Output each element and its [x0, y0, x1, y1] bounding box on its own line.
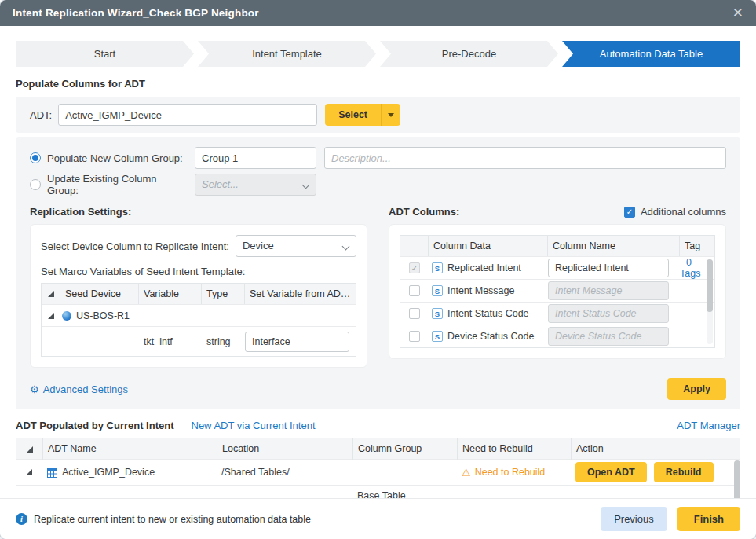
- device-column-select[interactable]: Device: [236, 235, 356, 257]
- column-name-header: Column Name: [548, 236, 680, 256]
- adt-columns-section: ADT Columns: ✓ Additional columns Column…: [389, 206, 726, 368]
- location-header: Location: [217, 438, 353, 460]
- seed-table-header: Seed Device Variable Type Set Variable f…: [42, 284, 356, 304]
- adt-columns-panel: Column Data Column Name Tag ✓ SReplicate…: [389, 224, 726, 359]
- row-checkbox-checked-disabled[interactable]: ✓: [409, 262, 420, 273]
- populate-panel: Populate New Column Group: Update Existi…: [16, 137, 740, 409]
- existing-group-select[interactable]: Select...: [195, 174, 316, 196]
- collapse-icon[interactable]: [48, 291, 54, 297]
- string-type-icon: S: [432, 285, 443, 296]
- column-name-input-disabled: [548, 281, 669, 300]
- device-icon: [62, 311, 71, 321]
- adt-populated-heading: ADT Populated by Current Intent: [16, 420, 174, 431]
- tag-header: Tag: [680, 236, 714, 256]
- adt-select-row: ADT: Select: [16, 97, 740, 133]
- column-name-input[interactable]: [548, 258, 669, 277]
- info-icon: i: [16, 513, 27, 525]
- chevron-down-icon: [342, 243, 350, 251]
- replication-settings-panel: Select Device Column to Replicate Intent…: [30, 224, 367, 368]
- radio-update-existing-label: Update Existing Column Group:: [47, 173, 187, 196]
- expand-icon[interactable]: [48, 313, 54, 319]
- step-start[interactable]: Start: [16, 41, 194, 67]
- variable-header: Variable: [139, 284, 202, 304]
- chevron-down-icon: [302, 182, 310, 189]
- type-header: Type: [202, 284, 245, 304]
- intent-replication-wizard-dialog: Intent Replication Wizard_Check BGP Neig…: [0, 0, 756, 539]
- adt-columns-heading: ADT Columns:: [389, 206, 459, 218]
- adt-columns-table: Column Data Column Name Tag ✓ SReplicate…: [400, 235, 715, 348]
- table-row: ✓ SReplicated Intent 0 Tags: [400, 256, 714, 279]
- previous-button[interactable]: Previous: [601, 507, 667, 531]
- open-adt-button[interactable]: Open ADT: [575, 462, 647, 482]
- warning-icon: ⚠: [462, 467, 471, 478]
- column-data-header: Column Data: [429, 236, 548, 256]
- scrollbar-thumb[interactable]: [734, 460, 740, 501]
- string-type-icon: S: [432, 331, 443, 342]
- location-value: /Shared Tables/: [217, 467, 352, 478]
- device-column-value: Device: [243, 240, 274, 251]
- table-row: SIntent Message: [400, 279, 714, 302]
- adt-manager-link[interactable]: ADT Manager: [677, 420, 740, 431]
- adt-column-header: Set Variable from ADT Column...: [245, 284, 356, 304]
- wizard-steps: Start Intent Template Pre-Decode Automat…: [16, 41, 740, 67]
- radio-update-existing-group[interactable]: [30, 179, 41, 190]
- seed-device-row[interactable]: US-BOS-R1: [42, 304, 356, 326]
- expand-icon[interactable]: [26, 469, 32, 475]
- adt-name-header: ADT Name: [43, 438, 217, 460]
- adt-name-value[interactable]: Active_IGMP_Device: [62, 467, 155, 478]
- step-intent-template[interactable]: Intent Template: [198, 41, 376, 67]
- group-description-input[interactable]: [324, 147, 726, 169]
- close-icon[interactable]: ✕: [732, 6, 743, 20]
- tags-link[interactable]: 0 Tags: [680, 257, 700, 279]
- need-to-rebuild-header: Need to Rebuild: [458, 438, 572, 460]
- select-button[interactable]: Select: [325, 104, 381, 126]
- populate-columns-heading: Populate Columns for ADT: [16, 78, 740, 90]
- title-bar: Intent Replication Wizard_Check BGP Neig…: [0, 0, 756, 26]
- new-column-group-row: Populate New Column Group:: [30, 146, 726, 170]
- adt-column-select[interactable]: Interface: [245, 332, 349, 352]
- scrollbar-thumb[interactable]: [707, 259, 713, 312]
- adt-column-value: Interface: [252, 336, 290, 347]
- collapse-all-icon[interactable]: [27, 446, 33, 453]
- footer-info-text: Replicate current intent to new or exist…: [34, 514, 311, 525]
- new-group-name-input[interactable]: [195, 147, 316, 169]
- rebuild-button[interactable]: Rebuild: [654, 462, 714, 482]
- select-split-button[interactable]: Select: [325, 104, 400, 126]
- replication-settings-section: Replication Settings: Select Device Colu…: [30, 206, 367, 368]
- apply-button[interactable]: Apply: [667, 378, 726, 400]
- table-row: SDevice Status Code: [400, 324, 714, 347]
- dialog-footer: i Replicate current intent to new or exi…: [0, 498, 756, 539]
- seed-variables-table: Seed Device Variable Type Set Variable f…: [41, 283, 356, 357]
- populated-table-header: ADT Name Location Column Group Need to R…: [16, 438, 740, 459]
- table-icon: [47, 468, 57, 478]
- adt-label: ADT:: [30, 109, 52, 121]
- device-column-label: Select Device Column to Replicate Intent…: [41, 240, 229, 252]
- column-data-label: Device Status Code: [447, 331, 534, 342]
- string-type-icon: S: [432, 308, 443, 319]
- new-adt-link[interactable]: New ADT via Current Intent: [192, 420, 316, 431]
- seed-device-name: US-BOS-R1: [76, 310, 130, 321]
- column-data-label: Intent Status Code: [447, 308, 529, 319]
- step-pre-decode[interactable]: Pre-Decode: [380, 41, 558, 67]
- action-header: Action: [572, 438, 740, 460]
- select-dropdown-toggle[interactable]: [381, 104, 400, 126]
- adt-name-input[interactable]: [58, 104, 317, 126]
- row-checkbox[interactable]: [409, 331, 420, 342]
- table-row: SIntent Status Code: [400, 302, 714, 324]
- column-name-input-disabled: [548, 327, 669, 346]
- vertical-scrollbar[interactable]: [707, 259, 713, 344]
- row-checkbox[interactable]: [409, 308, 420, 319]
- finish-button[interactable]: Finish: [677, 507, 740, 531]
- table-row: Active_IGMP_Device /Shared Tables/ ⚠ Nee…: [16, 459, 740, 485]
- replication-settings-heading: Replication Settings:: [30, 206, 131, 218]
- step-automation-data-table[interactable]: Automation Data Table: [562, 41, 740, 67]
- row-checkbox[interactable]: [409, 285, 420, 296]
- advanced-settings-link[interactable]: ⚙ Advanced Settings: [30, 383, 128, 395]
- additional-columns-checkbox[interactable]: ✓: [624, 207, 635, 218]
- radio-populate-new-label: Populate New Column Group:: [47, 152, 187, 164]
- advanced-settings-label: Advanced Settings: [43, 383, 128, 395]
- adt-columns-header: Column Data Column Name Tag: [400, 236, 714, 256]
- radio-populate-new-group[interactable]: [30, 152, 41, 163]
- macro-variables-label: Set Marco Variables of Seed Intent Templ…: [41, 266, 356, 277]
- variable-name: tkt_intf: [139, 336, 202, 347]
